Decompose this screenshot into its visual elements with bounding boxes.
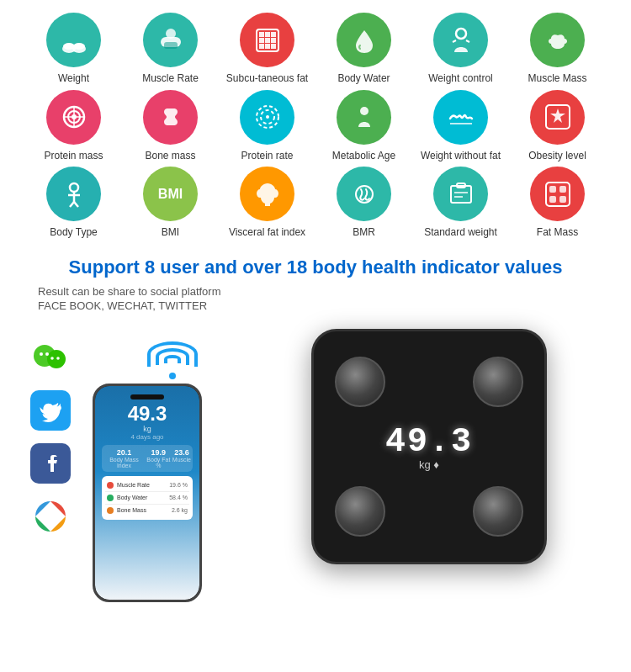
fat-mass-icon-circle — [530, 167, 585, 221]
svg-rect-44 — [559, 196, 566, 203]
icon-item-obesity-level: Obesity level — [516, 90, 600, 163]
svg-point-5 — [166, 29, 176, 39]
icon-item-metabolic-age: Metabolic Age — [322, 90, 406, 163]
scale-device: 49.3 kg ♦ — [311, 329, 547, 564]
phone-list: Muscle Rate 19.6 % Body Water 58.4 % Bon… — [102, 476, 193, 520]
wechat-svg-icon — [32, 339, 69, 376]
protein-rate-label: Protein rate — [241, 150, 293, 163]
bmr-icon-circle — [337, 167, 391, 221]
body-type-label: Body Type — [50, 226, 97, 240]
phone-list-item-2: Bone Mass 2.6 kg — [105, 505, 189, 516]
svg-rect-14 — [259, 44, 264, 49]
visceral-fat-icon-circle — [240, 167, 294, 221]
facebook-social-icon[interactable] — [30, 443, 71, 484]
weight-control-icon-circle — [433, 13, 488, 67]
weight-icon-circle — [46, 13, 101, 67]
phone-screen: 49.3 kg 4 days ago 20.1 Body Mass Index … — [95, 386, 199, 600]
phone-weight-unit: kg — [102, 425, 193, 433]
phone-list-name-2: Bone Mass — [117, 507, 172, 513]
obesity-level-icon — [543, 102, 573, 132]
bone-mass-label: Bone mass — [145, 150, 195, 163]
weight-without-fat-icon-circle — [433, 90, 488, 145]
svg-point-3 — [73, 43, 85, 50]
icon-item-body-type: Body Type — [32, 167, 116, 240]
phone-list-val-0: 19.6 % — [169, 482, 188, 488]
share-text: Result can be share to social platform — [29, 285, 602, 298]
svg-point-35 — [356, 186, 373, 203]
svg-point-17 — [456, 29, 466, 39]
phone-notch — [130, 394, 164, 399]
bmr-label: BMR — [353, 226, 375, 240]
icon-item-bmr: BMR — [322, 167, 406, 240]
phone-stat-fat-label: Body Fat % — [145, 457, 172, 468]
svg-point-25 — [266, 115, 269, 119]
svg-point-2 — [63, 43, 75, 50]
phone-stat-bmi-label: Body Mass Index — [103, 457, 145, 468]
phone-weight-value: 49.3 — [102, 404, 193, 424]
icon-row-1: Weight Muscle Rate — [25, 13, 606, 86]
phone-list-name-0: Muscle Rate — [117, 482, 169, 488]
svg-rect-12 — [265, 38, 270, 43]
svg-marker-29 — [550, 108, 565, 123]
share-platforms: FACE BOOK, WECHAT, TWITTER — [29, 299, 602, 312]
color-wheel-social-icon[interactable] — [30, 496, 71, 537]
icon-item-standard-weight: Standard weight — [419, 167, 503, 240]
phone-stat-fat-value: 19.9 — [145, 448, 172, 457]
phone-stat-muscle: 23.6 Muscle — [172, 448, 191, 468]
phone-list-dot-1 — [107, 495, 114, 501]
icon-item-bmi: BMI BMI — [129, 167, 213, 240]
body-type-icon-circle — [46, 167, 101, 221]
svg-rect-9 — [265, 32, 270, 37]
protein-rate-icon — [252, 102, 283, 132]
visceral-fat-label: Visceral fat index — [229, 226, 305, 240]
icons-section: Weight Muscle Rate — [17, 8, 614, 248]
standard-weight-icon-circle — [433, 167, 488, 221]
bottom-section: 49.3 kg 4 days ago 20.1 Body Mass Index … — [17, 325, 614, 606]
phone-stat-fat: 19.9 Body Fat % — [145, 448, 172, 468]
fat-mass-label: Fat Mass — [537, 226, 578, 240]
svg-rect-13 — [271, 38, 276, 43]
standard-weight-label: Standard weight — [424, 226, 497, 240]
phone-list-val-1: 58.4 % — [169, 495, 188, 500]
svg-rect-41 — [549, 186, 556, 193]
phone-stat-muscle-value: 23.6 — [172, 448, 191, 457]
metabolic-age-label: Metabolic Age — [332, 150, 395, 163]
protein-mass-icon — [59, 102, 89, 132]
scale-pad-top-right — [473, 357, 523, 407]
bmi-icon-circle: BMI — [143, 167, 198, 221]
icon-item-protein-mass: Protein mass — [32, 90, 116, 163]
muscle-mass-icon-circle — [530, 13, 585, 67]
bmi-label: BMI — [162, 226, 179, 240]
phone-list-val-2: 2.6 kg — [172, 507, 188, 513]
weight-without-fat-label: Weight without fat — [421, 150, 501, 163]
svg-point-46 — [47, 350, 66, 368]
svg-rect-40 — [546, 183, 570, 206]
phone-stats-row: 20.1 Body Mass Index 19.9 Body Fat % 23.… — [102, 445, 193, 472]
phone-mockup: 49.3 kg 4 days ago 20.1 Body Mass Index … — [93, 384, 202, 602]
muscle-mass-label: Muscle Mass — [528, 72, 586, 86]
icon-item-muscle-rate: Muscle Rate — [129, 13, 213, 86]
icon-item-bone-mass: Bone mass — [129, 90, 213, 163]
svg-rect-10 — [271, 32, 276, 37]
wechat-social-icon[interactable] — [30, 337, 71, 378]
phone-list-dot-0 — [107, 482, 114, 489]
svg-point-49 — [50, 357, 54, 360]
support-section: Support 8 user and over 18 body health i… — [17, 248, 614, 325]
muscle-rate-icon — [156, 25, 186, 56]
color-wheel-svg-icon — [32, 498, 69, 535]
icon-item-weight: Weight — [32, 13, 116, 86]
scale-center-display: 49.3 kg ♦ — [385, 422, 473, 470]
twitter-social-icon[interactable] — [30, 390, 71, 431]
svg-point-51 — [44, 510, 57, 523]
bone-mass-icon — [156, 102, 186, 132]
phone-wifi-area: 49.3 kg 4 days ago 20.1 Body Mass Index … — [84, 329, 244, 602]
icon-item-body-water: Body Water — [322, 13, 406, 86]
svg-rect-42 — [559, 186, 566, 193]
icon-item-protein-rate: Protein rate — [225, 90, 310, 163]
scale-pad-top-left — [335, 357, 385, 407]
wifi-area — [147, 341, 198, 383]
subcu-fat-icon-circle — [240, 13, 294, 67]
visceral-fat-icon — [252, 179, 283, 209]
protein-mass-icon-circle — [46, 90, 101, 145]
svg-rect-16 — [271, 44, 276, 49]
